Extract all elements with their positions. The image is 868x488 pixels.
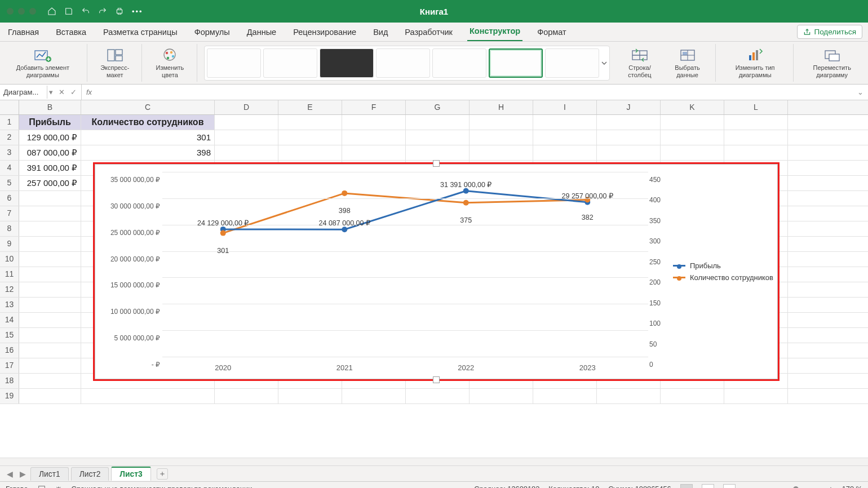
save-icon[interactable] (64, 7, 73, 16)
cell[interactable] (278, 389, 342, 403)
cell[interactable] (724, 130, 788, 145)
row-header[interactable]: 18 (0, 374, 19, 388)
tab-review[interactable]: Рецензирование (291, 24, 358, 41)
style-thumb-5[interactable] (432, 48, 486, 78)
cell[interactable] (19, 343, 81, 358)
row-header[interactable]: 11 (0, 267, 19, 282)
row-header[interactable]: 4 (0, 161, 19, 175)
cell[interactable] (470, 115, 533, 130)
chart-object[interactable]: - ₽5 000 000,00 ₽10 000 000,00 ₽15 000 0… (93, 162, 780, 381)
zoom-out-button[interactable]: − (745, 485, 749, 488)
cell[interactable] (278, 115, 342, 130)
tab-chart-design[interactable]: Конструктор (467, 23, 522, 41)
cell[interactable] (19, 191, 81, 206)
cell[interactable] (215, 389, 278, 403)
cell[interactable] (19, 358, 81, 373)
sheet-tab-2[interactable]: Лист2 (71, 467, 109, 481)
view-page-layout-button[interactable] (702, 484, 714, 489)
row-header[interactable]: 1 (0, 115, 19, 130)
row-header[interactable]: 14 (0, 313, 19, 327)
cell[interactable] (406, 115, 470, 130)
cell[interactable] (19, 313, 81, 327)
col-header-F[interactable]: F (342, 100, 406, 114)
more-icon[interactable]: ••• (132, 7, 143, 16)
add-sheet-button[interactable]: ＋ (157, 468, 168, 480)
namebox-dropdown-icon[interactable]: ▾ (47, 88, 54, 96)
select-data-button[interactable]: Выбрать данные (665, 44, 716, 82)
horizontal-scrollbar[interactable] (0, 458, 868, 465)
col-header-K[interactable]: K (661, 100, 724, 114)
cell[interactable] (470, 389, 533, 403)
cell[interactable] (597, 389, 661, 403)
tab-formulas[interactable]: Формулы (192, 24, 232, 41)
cell[interactable] (342, 389, 406, 403)
name-box[interactable]: Диаграм... (0, 86, 47, 99)
row-header[interactable]: 17 (0, 358, 19, 373)
cell[interactable] (19, 252, 81, 267)
view-page-break-button[interactable] (723, 484, 736, 489)
row-header[interactable]: 15 (0, 328, 19, 343)
cell[interactable]: 257 000,00 ₽ (19, 176, 81, 190)
gallery-more-icon[interactable] (601, 60, 607, 66)
change-chart-type-button[interactable]: Изменить тип диаграммы (723, 44, 794, 82)
cell[interactable]: Прибыль (19, 115, 81, 130)
min-dot[interactable] (18, 8, 25, 15)
cell[interactable]: Количество сотрудников (81, 115, 215, 130)
cell[interactable] (19, 267, 81, 282)
cell[interactable]: 398 (81, 145, 215, 160)
cell[interactable] (215, 115, 278, 130)
cell[interactable] (81, 389, 215, 403)
style-thumb-1[interactable] (207, 48, 261, 78)
tab-view[interactable]: Вид (371, 24, 390, 41)
cell[interactable] (19, 298, 81, 312)
view-normal-button[interactable] (680, 484, 693, 489)
cell[interactable] (278, 145, 342, 160)
cell[interactable] (406, 145, 470, 160)
cell[interactable] (19, 282, 81, 297)
cell[interactable] (724, 389, 788, 403)
sheet-tab-3[interactable]: Лист3 (111, 467, 150, 481)
row-header[interactable]: 13 (0, 298, 19, 312)
cell[interactable] (533, 145, 597, 160)
cell[interactable] (470, 145, 533, 160)
col-header-J[interactable]: J (597, 100, 661, 114)
tab-home[interactable]: Главная (6, 24, 41, 41)
switch-row-col-button[interactable]: Строка/столбец (619, 44, 661, 82)
cell[interactable] (406, 389, 470, 403)
change-colors-button[interactable]: Изменить цвета (149, 44, 197, 82)
accessibility-text[interactable]: Специальные возможности: проверьте реком… (72, 485, 253, 488)
tab-page-layout[interactable]: Разметка страницы (101, 24, 180, 41)
accessibility-icon[interactable]: ⛭ (55, 485, 63, 488)
cell[interactable]: 301 (81, 130, 215, 145)
row-header[interactable]: 12 (0, 282, 19, 297)
style-thumb-4[interactable] (376, 48, 430, 78)
cell[interactable] (597, 130, 661, 145)
home-icon[interactable] (47, 7, 56, 16)
row-header[interactable]: 10 (0, 252, 19, 267)
cell[interactable] (342, 115, 406, 130)
worksheet[interactable]: BCDEFGHIJKL 1ПрибыльКоличество сотрудник… (0, 100, 868, 458)
col-header-H[interactable]: H (470, 100, 533, 114)
chart-legend[interactable]: .legend .item:nth-child(1) .swatch::afte… (673, 258, 773, 285)
cancel-icon[interactable]: ✕ (59, 88, 65, 96)
cell[interactable] (533, 389, 597, 403)
col-header-I[interactable]: I (533, 100, 597, 114)
zoom-level[interactable]: 170 % (842, 485, 862, 488)
chart-styles-gallery[interactable] (204, 46, 610, 81)
style-thumb-2[interactable] (263, 48, 317, 78)
row-header[interactable]: 8 (0, 221, 19, 236)
cell[interactable] (661, 389, 724, 403)
cell[interactable]: 087 000,00 ₽ (19, 145, 81, 160)
move-chart-button[interactable]: Переместить диаграмму (800, 44, 863, 82)
col-header-C[interactable]: C (81, 100, 215, 114)
select-all-corner[interactable] (0, 100, 19, 114)
cell[interactable] (661, 115, 724, 130)
share-button[interactable]: Поделиться (797, 25, 862, 39)
close-dot[interactable] (7, 8, 14, 15)
cell[interactable] (406, 130, 470, 145)
cell[interactable] (19, 389, 81, 403)
tab-insert[interactable]: Вставка (54, 24, 88, 41)
sheet-tab-1[interactable]: Лист1 (30, 467, 69, 481)
col-header-B[interactable]: B (19, 100, 81, 114)
redo-icon[interactable] (98, 7, 107, 16)
